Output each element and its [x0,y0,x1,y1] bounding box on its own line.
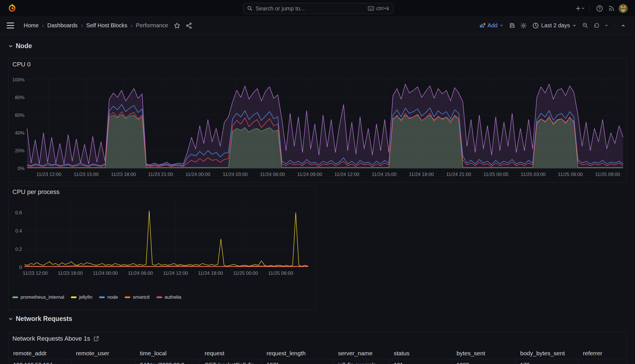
add-panel-icon [479,23,486,29]
toolbar-divider [614,22,614,29]
legend-item-smartctl[interactable]: smartctl [125,294,150,300]
breadcrumb: Home › Dashboards › Self Host Blocks › P… [24,22,168,29]
svg-text:11/24 12:00: 11/24 12:00 [334,172,359,177]
search-input[interactable] [256,5,365,12]
row-node[interactable]: Node [8,42,32,50]
refresh-icon [593,22,600,29]
table-cell: jellyfin.example [334,359,389,364]
table-header-cell[interactable]: remote_addr [9,347,71,359]
plus-icon [576,6,581,11]
refresh-interval-button[interactable] [603,21,610,31]
breadcrumb-separator: › [42,22,44,29]
table-cell [71,359,135,364]
chevron-down-icon [8,316,13,321]
share-icon [186,23,192,29]
share-button[interactable] [184,21,194,31]
svg-text:40%: 40% [15,130,24,136]
svg-text:11/24 00:00: 11/24 00:00 [93,271,118,276]
svg-text:11/25 00:00: 11/25 00:00 [233,271,258,276]
cpu-per-process-chart[interactable]: 11/23 12:0011/23 18:0011/24 00:0011/24 0… [8,198,316,297]
svg-text:11/23 12:00: 11/23 12:00 [23,271,48,276]
add-panel-button[interactable]: Add [477,20,506,31]
table-cell: 24/Nov/2023:00:0 [135,359,200,364]
svg-text:11/24 18:00: 11/24 18:00 [198,271,223,276]
svg-text:11/24 06:00: 11/24 06:00 [260,172,285,177]
global-search[interactable]: ctrl+k [243,3,393,14]
breadcrumb-folder[interactable]: Self Host Blocks [86,22,128,29]
legend-item-node[interactable]: node [99,294,118,300]
table-cell: 101 [389,359,452,364]
panel-cpu0-header: CPU 0 [8,58,627,71]
panel-network-requests: Network Requests Above 1s remote_addrrem… [8,332,627,364]
favorite-button[interactable] [172,21,182,31]
section-title-network: Network Requests [16,315,72,323]
legend-item-authelia[interactable]: authelia [156,294,182,300]
breadcrumb-current: Performance [136,22,168,29]
row-network-requests[interactable]: Network Requests [8,315,72,323]
svg-text:11/24 21:00: 11/24 21:00 [446,172,471,177]
legend-label: smartctl [133,294,150,300]
chevron-down-icon [500,24,503,27]
refresh-button[interactable] [591,21,602,31]
table-row[interactable]: 192.168.50.10424/Nov/2023:00:0GET /socke… [9,359,626,364]
table-body: 192.168.50.10424/Nov/2023:00:0GET /socke… [9,359,626,364]
new-menu-button[interactable] [575,3,585,14]
user-profile[interactable] [618,3,628,14]
zoom-out-icon [582,22,589,29]
svg-text:11/24 03:00: 11/24 03:00 [223,172,248,177]
legend-swatch [156,296,162,298]
table-header-cell[interactable]: request_length [262,347,334,359]
panel-cpu0-title[interactable]: CPU 0 [12,61,31,68]
zoom-out-time-button[interactable] [580,21,590,31]
panel-cpu-per-process: CPU per process 11/23 12:0011/23 18:0011… [8,186,316,310]
legend-item-jellyfin[interactable]: jellyfin [71,294,92,300]
table-header-cell[interactable]: bytes_sent [452,347,516,359]
grafana-logo-icon [7,3,17,14]
svg-text:11/23 15:00: 11/23 15:00 [74,172,99,177]
table-header-cell[interactable]: referrer [578,347,626,359]
svg-text:11/23 12:00: 11/23 12:00 [36,172,61,177]
dashboard-settings-button[interactable] [518,21,529,31]
dashboard-toolbar: Home › Dashboards › Self Host Blocks › P… [0,17,635,34]
svg-text:0.4: 0.4 [15,228,22,234]
panel-network-requests-header: Network Requests Above 1s [8,332,627,345]
help-button[interactable] [594,3,605,14]
table-cell: 172 [516,359,578,364]
breadcrumb-separator: › [81,22,83,29]
table-header-cell[interactable]: time_local [135,347,200,359]
nav-divider [590,5,590,12]
svg-text:11/24 15:00: 11/24 15:00 [372,172,397,177]
table-cell [578,359,626,364]
table-header-cell[interactable]: server_name [334,347,389,359]
svg-text:11/25 00:00: 11/25 00:00 [484,172,509,177]
legend-swatch [125,296,130,298]
table-header-cell[interactable]: remote_user [71,347,135,359]
news-button[interactable] [606,3,616,14]
chevron-up-icon [621,23,625,28]
svg-text:80%: 80% [15,95,24,100]
svg-text:11/25 06:00: 11/25 06:00 [268,271,293,276]
add-label: Add [488,22,498,29]
breadcrumb-dashboards[interactable]: Dashboards [47,22,78,29]
grafana-logo[interactable] [7,3,17,14]
mega-menu-toggle[interactable] [7,20,18,31]
chevron-down-icon [573,24,576,27]
search-shortcut: ctrl+k [368,5,389,12]
table-header-cell[interactable]: status [389,347,452,359]
svg-text:11/25 06:00: 11/25 06:00 [558,172,583,177]
external-link-icon[interactable] [93,336,99,341]
cpu0-timeseries-chart[interactable]: 11/23 12:0011/23 15:0011/23 18:0011/23 2… [8,71,627,182]
legend-label: prometheus_internal [21,294,64,300]
table-header-cell[interactable]: body_bytes_sent [516,347,578,359]
table-header-cell[interactable]: request [200,347,262,359]
svg-text:11/25 09:00: 11/25 09:00 [595,172,620,177]
panel-network-requests-title[interactable]: Network Requests Above 1s [12,335,90,342]
legend-item-prometheus_internal[interactable]: prometheus_internal [12,294,64,300]
breadcrumb-home[interactable]: Home [24,22,39,29]
save-dashboard-button[interactable] [507,21,517,31]
svg-text:11/25 03:00: 11/25 03:00 [521,172,546,177]
time-range-picker[interactable]: Last 2 days [530,20,579,31]
panel-cpu-per-process-title[interactable]: CPU per process [12,188,60,196]
collapse-toolbar-button[interactable] [618,21,628,31]
top-nav: ctrl+k [0,0,635,17]
